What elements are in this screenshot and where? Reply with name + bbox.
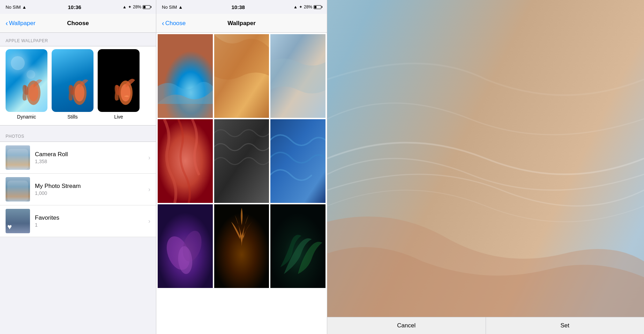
gallery-cell-3-1[interactable] <box>158 204 213 288</box>
fish-icon-stills <box>64 65 92 107</box>
wallpaper-thumb-dynamic[interactable] <box>6 49 47 112</box>
photo-stream-count: 1,000 <box>35 190 148 196</box>
wallpaper-label-live: Live <box>114 114 123 120</box>
back-label-panel2[interactable]: Choose <box>165 20 186 27</box>
gallery-cell-1-1[interactable] <box>158 34 213 118</box>
wallpaper-preview-bg: Wallpaper Preview 10:38 Monday, April 11… <box>327 0 644 317</box>
nav-bar-panel2: ‹ Choose Wallpaper <box>156 14 327 33</box>
back-button-panel2[interactable]: ‹ Choose <box>162 20 186 27</box>
location-icon-panel1: ▲ <box>122 5 127 9</box>
favorites-count: 1 <box>35 222 148 228</box>
back-button-panel1[interactable]: ‹ Wallpaper <box>6 20 36 27</box>
photo-stream-thumb <box>6 177 30 202</box>
status-left-panel2: No SIM ▲ <box>162 5 183 10</box>
gallery-cell-2-3[interactable] <box>270 119 325 203</box>
gallery-image-3-2 <box>214 204 269 288</box>
wifi-icon-panel1: ▲ <box>22 5 27 10</box>
gallery-cell-3-3[interactable] <box>270 204 325 288</box>
camera-roll-thumb <box>6 145 30 170</box>
preview-header: Wallpaper Preview <box>327 0 644 13</box>
status-left-panel1: No SIM ▲ <box>6 5 27 10</box>
wallpaper-preview-title: Wallpaper Preview <box>333 4 638 10</box>
time-panel1: 10:36 <box>68 4 81 10</box>
status-bar-panel1: No SIM ▲ 10:36 ▲ ✦ 28% <box>0 0 156 14</box>
nav-bar-panel1: ‹ Wallpaper Choose <box>0 14 156 33</box>
photo-row-favorites[interactable]: ♥ Favorites 1 › <box>0 205 156 237</box>
wallpaper-label-dynamic: Dynamic <box>17 114 36 120</box>
wallpaper-item-dynamic[interactable]: Dynamic <box>6 49 47 120</box>
chevron-left-icon-panel2: ‹ <box>162 20 164 26</box>
panel-choose-wallpaper: No SIM ▲ 10:36 ▲ ✦ 28% ‹ Wallpaper Choos… <box>0 0 156 334</box>
favorites-title: Favorites <box>35 214 148 221</box>
status-right-panel1: ▲ ✦ 28% <box>122 5 150 9</box>
apple-wallpaper-section-header: APPLE WALLPAPER <box>0 33 156 46</box>
photo-row-camera-roll[interactable]: Camera Roll 1,358 › <box>0 142 156 174</box>
chevron-right-icon-favorites: › <box>148 218 150 225</box>
gallery-image-3-1 <box>158 204 213 288</box>
page-title-panel2: Wallpaper <box>227 20 256 27</box>
gallery-cell-2-2[interactable] <box>214 119 269 203</box>
still-perspective-toggle: Still Perspective <box>453 299 518 317</box>
gallery-image-2-3 <box>270 119 325 203</box>
gallery-cell-2-1[interactable] <box>158 119 213 203</box>
gallery-row-2 <box>158 119 325 203</box>
status-right-panel2: ▲ ✦ 28% <box>293 5 321 9</box>
photos-list: Camera Roll 1,358 › My Photo Stream 1,00… <box>0 142 156 334</box>
camera-roll-count: 1,358 <box>35 159 148 164</box>
gallery-image-3-3 <box>270 204 325 288</box>
gallery-row-1 <box>158 34 325 118</box>
gallery-cell-3-2[interactable] <box>214 204 269 288</box>
back-label-panel1[interactable]: Wallpaper <box>9 20 36 27</box>
gallery-image-1-1 <box>158 34 213 118</box>
battery-icon-panel1 <box>143 5 150 9</box>
heart-icon-favorites: ♥ <box>7 222 12 231</box>
favorites-thumb: ♥ <box>6 209 30 233</box>
bluetooth-icon-panel2: ✦ <box>299 5 302 9</box>
chevron-left-icon-panel1: ‹ <box>6 20 8 26</box>
carrier-label-panel1: No SIM <box>6 5 21 10</box>
camera-roll-info: Camera Roll 1,358 <box>35 151 148 164</box>
time-panel2: 10:38 <box>231 4 245 10</box>
gallery-row-3 <box>158 204 325 288</box>
preview-clock: 10:38 <box>454 34 517 59</box>
fish-icon-live <box>110 65 138 107</box>
panel-wallpaper-preview: Wallpaper Preview 10:38 Monday, April 11… <box>327 0 644 334</box>
battery-label-panel1: 28% <box>133 5 141 9</box>
photo-stream-title: My Photo Stream <box>35 183 148 190</box>
wallpaper-type-grid: Dynamic Stills <box>0 46 156 126</box>
favorites-info: Favorites 1 <box>35 214 148 228</box>
preview-date: Monday, April 11 <box>460 62 511 70</box>
photo-row-photo-stream[interactable]: My Photo Stream 1,000 › <box>0 174 156 205</box>
gallery-cell-1-3[interactable] <box>270 34 325 118</box>
photo-stream-info: My Photo Stream 1,000 <box>35 183 148 196</box>
perspective-option[interactable]: Perspective <box>476 303 518 313</box>
wallpaper-item-stills[interactable]: Stills <box>52 49 93 120</box>
chevron-right-icon-camera-roll: › <box>148 154 150 161</box>
wallpaper-item-live[interactable]: Live <box>98 49 140 120</box>
wallpaper-thumb-stills[interactable] <box>52 49 93 112</box>
gallery-image-1-2 <box>214 34 269 118</box>
set-button[interactable]: Set <box>486 317 644 334</box>
panel-wallpaper-gallery: No SIM ▲ 10:38 ▲ ✦ 28% ‹ Choose Wallpape… <box>156 0 327 334</box>
wallpaper-label-stills: Stills <box>67 114 78 120</box>
camera-roll-title: Camera Roll <box>35 151 148 158</box>
wallpaper-thumb-live[interactable] <box>98 49 140 112</box>
chevron-right-icon-photo-stream: › <box>148 186 150 193</box>
gallery-image-2-2 <box>214 119 269 203</box>
gallery-image-2-1 <box>158 119 213 203</box>
wallpaper-gallery <box>156 33 327 334</box>
gallery-cell-1-2[interactable] <box>214 34 269 118</box>
bluetooth-icon-panel1: ✦ <box>128 5 132 9</box>
fish-icon-dynamic <box>18 65 46 107</box>
still-option[interactable]: Still <box>453 303 476 313</box>
location-icon-panel2: ▲ <box>293 5 298 9</box>
carrier-label-panel2: No SIM <box>162 5 177 10</box>
photos-section-header: PHOTOS <box>0 128 156 142</box>
gallery-image-1-3 <box>270 34 325 118</box>
cancel-button[interactable]: Cancel <box>327 317 486 334</box>
page-title-panel1: Choose <box>67 20 89 27</box>
battery-icon-panel2 <box>314 5 321 9</box>
battery-label-panel2: 28% <box>304 5 312 9</box>
wifi-icon-panel2: ▲ <box>178 5 183 10</box>
svg-rect-11 <box>270 119 325 203</box>
